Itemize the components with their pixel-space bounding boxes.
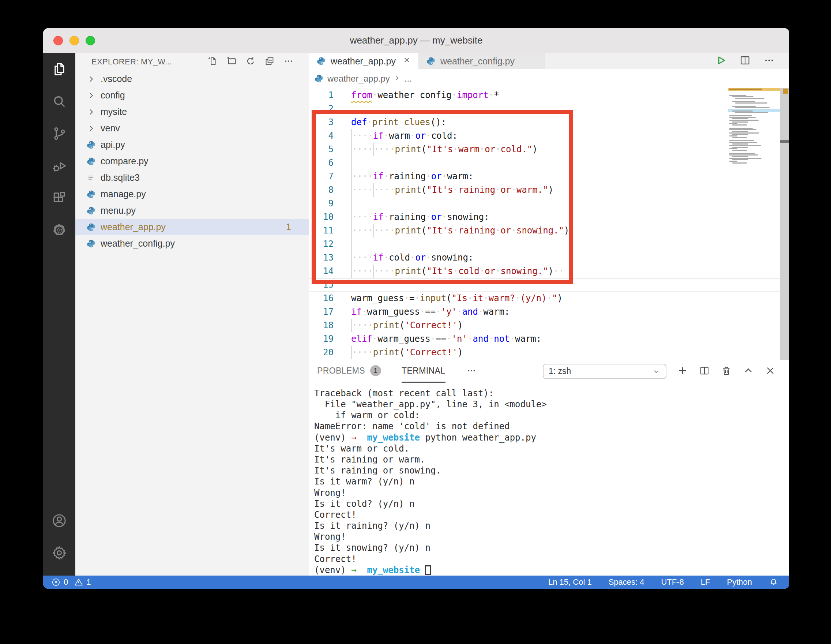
code-line-20: 20····print('Correct!'): [309, 346, 780, 359]
activity-files-icon[interactable]: [43, 53, 75, 85]
terminal-line: Wrong!: [314, 488, 789, 498]
database-icon: [86, 173, 96, 183]
new-terminal-icon[interactable]: [677, 365, 688, 378]
file-item-config[interactable]: config: [75, 87, 309, 104]
file-item-venv[interactable]: venv: [75, 120, 309, 137]
editor-scrollbar[interactable]: [780, 88, 789, 360]
python-icon: [316, 56, 326, 66]
file-item-mysite[interactable]: mysite: [75, 104, 309, 120]
line-number: 18: [309, 319, 334, 332]
terminal-line: Is it snowing? (y/n) n: [314, 542, 789, 553]
annotation-rectangle: [312, 110, 573, 284]
file-item-weather-config-py[interactable]: weather_config.py: [75, 235, 309, 252]
file-item-weather-app-py[interactable]: weather_app.py1: [75, 219, 309, 235]
maximize-panel-icon[interactable]: [742, 365, 754, 378]
panel-header: PROBLEMS 1 TERMINAL 1: zsh: [309, 360, 789, 383]
encoding[interactable]: UTF-8: [661, 577, 684, 587]
new-file-icon[interactable]: [207, 56, 218, 68]
more-actions-icon[interactable]: [763, 54, 775, 68]
warning-icon: [74, 577, 83, 587]
terminal-line: It's warm or cold.: [314, 443, 789, 454]
zoom-window-button[interactable]: [86, 36, 95, 45]
editor-actions: [715, 53, 789, 69]
file-item-manage-py[interactable]: manage.py: [75, 186, 309, 202]
terminal-select-value: 1: zsh: [549, 366, 571, 376]
minimap-warning-line: [728, 88, 780, 91]
file-item--vscode[interactable]: .vscode: [75, 71, 309, 87]
vscode-window: weather_app.py — my_website EXPLORER: MY…: [43, 28, 789, 589]
panel-more-icon[interactable]: [466, 365, 477, 378]
file-item-db-sqlite3[interactable]: db.sqlite3: [75, 169, 309, 186]
file-item-compare-py[interactable]: compare.py: [75, 153, 309, 169]
chevron-right-icon: [86, 91, 96, 100]
notifications-bell-icon[interactable]: [769, 577, 778, 587]
explorer-sidebar: EXPLORER: MY_W... .vscodeconfigmysiteven…: [75, 53, 309, 575]
line-number: 16: [309, 292, 334, 305]
file-label: weather_app.py: [100, 222, 166, 232]
activity-settings-gear-icon[interactable]: [43, 537, 75, 569]
new-folder-icon[interactable]: [226, 56, 237, 68]
close-panel-icon[interactable]: [764, 365, 776, 378]
warning-count: 1: [86, 577, 91, 587]
error-count: 0: [64, 577, 68, 587]
file-item-menu-py[interactable]: menu.py: [75, 202, 309, 219]
activity-bar: [43, 53, 75, 575]
problems-label: PROBLEMS: [317, 366, 365, 376]
activity-extensions-icon[interactable]: [43, 182, 75, 214]
file-label: .vscode: [100, 73, 132, 84]
activity-kubernetes-icon[interactable]: [43, 214, 75, 246]
indentation[interactable]: Spaces: 4: [609, 577, 645, 587]
chevron-right-icon: [86, 107, 96, 117]
python-icon: [86, 140, 96, 150]
terminal-output[interactable]: Traceback (most recent call last): File …: [309, 383, 789, 575]
activity-source-control-icon[interactable]: [43, 118, 75, 150]
file-item-api-py[interactable]: api.py: [75, 137, 309, 153]
split-editor-icon[interactable]: [739, 54, 751, 68]
cursor-position[interactable]: Ln 15, Col 1: [548, 577, 592, 587]
language-mode[interactable]: Python: [727, 577, 752, 587]
minimize-window-button[interactable]: [70, 36, 79, 45]
file-label: menu.py: [100, 205, 136, 216]
file-label: mysite: [100, 107, 127, 117]
problems-status[interactable]: 0 1: [51, 577, 91, 587]
terminal-line: Correct!: [314, 509, 789, 520]
activity-account-icon[interactable]: [43, 505, 75, 537]
tab-weather-app[interactable]: weather_app.py: [309, 53, 419, 69]
tab-terminal[interactable]: TERMINAL: [401, 360, 446, 383]
more-icon[interactable]: [283, 56, 294, 68]
eol-sequence[interactable]: LF: [701, 577, 710, 587]
breadcrumb[interactable]: weather_app.py ...: [309, 69, 789, 88]
run-button[interactable]: [715, 54, 727, 68]
breadcrumb-tail[interactable]: ...: [404, 73, 412, 84]
kill-terminal-icon[interactable]: [721, 365, 732, 378]
traffic-lights: [53, 36, 95, 45]
minimap[interactable]: [728, 88, 780, 187]
window-title: weather_app.py — my_website: [350, 35, 483, 46]
chevron-right-icon: [393, 73, 401, 84]
code-editor[interactable]: 1from·weather_config·import·*23def·print…: [309, 88, 789, 360]
activity-run-debug-icon[interactable]: [43, 150, 75, 182]
file-label: config: [100, 90, 125, 100]
refresh-icon[interactable]: [245, 56, 256, 68]
editor-tab-bar: weather_app.py weather_config.py: [309, 53, 789, 69]
terminal-label: TERMINAL: [401, 366, 446, 376]
activity-search-icon[interactable]: [43, 85, 75, 118]
close-tab-icon[interactable]: [402, 56, 411, 67]
tab-label: weather_app.py: [331, 56, 396, 67]
terminal-line: Correct!: [314, 554, 789, 564]
tab-weather-config[interactable]: weather_config.py: [419, 53, 545, 69]
problems-count-badge: 1: [370, 365, 381, 376]
collapse-all-icon[interactable]: [264, 56, 275, 68]
terminal-line: Is it raining? (y/n) n: [314, 520, 789, 531]
terminal-line: (venv) → my_website python weather_app.p…: [314, 432, 789, 443]
code-line-19: 19elif·warm_guess·==·'n'·and·not·warm:: [309, 332, 780, 346]
editor-group: weather_app.py weather_config.py: [309, 53, 789, 575]
python-icon: [86, 190, 96, 199]
terminal-select[interactable]: 1: zsh: [543, 364, 666, 379]
error-icon: [51, 577, 61, 587]
tab-problems[interactable]: PROBLEMS 1: [317, 360, 381, 383]
breadcrumb-file[interactable]: weather_app.py: [327, 73, 390, 84]
terminal-line: It's raining or snowing.: [314, 465, 789, 476]
split-terminal-icon[interactable]: [699, 365, 710, 378]
close-window-button[interactable]: [53, 36, 63, 45]
